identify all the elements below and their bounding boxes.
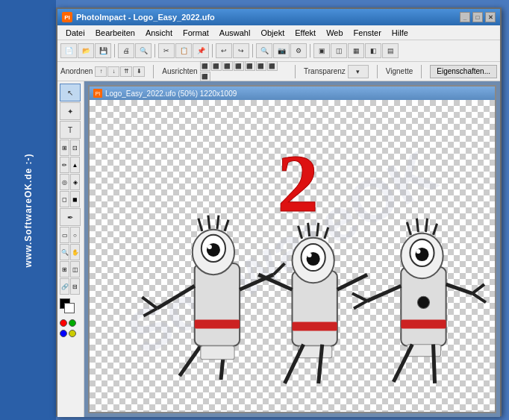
red-color[interactable] xyxy=(60,319,67,327)
arrange-group: Anordnen ↑ ↓ ⇈ ⬇ xyxy=(60,66,145,77)
menu-format[interactable]: Format xyxy=(178,27,214,39)
slice-tool[interactable]: ⊟ xyxy=(70,278,80,295)
grid-tool[interactable]: ⊞ xyxy=(60,261,69,278)
tool-row-3: ◎ ◈ xyxy=(60,174,81,190)
print-preview-button[interactable]: 🔍 xyxy=(135,43,152,58)
align-top-btn[interactable]: ⬛ xyxy=(234,61,244,71)
svg-line-51 xyxy=(416,219,418,232)
transform-tool[interactable]: ⊡ xyxy=(70,140,80,156)
align-left-btn[interactable]: ⬛ xyxy=(200,61,210,71)
file-buttons: 📄 📂 💾 xyxy=(60,43,111,58)
copy-button[interactable]: 📋 xyxy=(175,43,192,58)
link-tool[interactable]: 🔗 xyxy=(60,278,69,295)
svg-point-15 xyxy=(207,245,212,249)
tool-row-2: ✏ ▲ xyxy=(60,157,81,173)
text-tool[interactable]: T xyxy=(60,121,81,139)
ellipse-tool[interactable]: ○ xyxy=(70,227,80,243)
arrange-bottom-btn[interactable]: ⬇ xyxy=(133,66,145,77)
menu-ansicht[interactable]: Ansicht xyxy=(140,27,178,39)
menu-web[interactable]: Web xyxy=(321,27,348,39)
select-tool[interactable]: ↖ xyxy=(60,84,81,101)
btn-c[interactable]: ▦ xyxy=(348,43,364,58)
btn-e[interactable]: ▤ xyxy=(382,43,399,58)
menu-bearbeiten[interactable]: Bearbeiten xyxy=(90,27,140,39)
svg-line-44 xyxy=(472,284,484,293)
btn-d[interactable]: ◧ xyxy=(365,43,381,58)
svg-rect-6 xyxy=(201,346,234,360)
tool-row-4: ◻ ◼ xyxy=(60,191,81,207)
menu-objekt[interactable]: Objekt xyxy=(255,27,290,39)
transparency-label: Transparenz xyxy=(304,67,346,75)
print-button[interactable]: 🖨 xyxy=(118,43,134,58)
content-area: ↖ ✦ T ⊞ ⊡ ✏ ▲ ◎ ◈ ◻ ◼ xyxy=(57,81,500,417)
vignette-label: Vignette xyxy=(386,67,413,75)
sharpen-tool[interactable]: ◈ xyxy=(70,174,80,190)
undo-button[interactable]: ↩ xyxy=(216,43,232,58)
rect-tool[interactable]: ▭ xyxy=(60,227,69,243)
align-middle-btn[interactable]: ⬛ xyxy=(245,61,255,71)
brush-tool[interactable]: ✏ xyxy=(60,157,69,173)
settings-button[interactable]: ⚙ xyxy=(290,43,307,58)
yellow-color[interactable] xyxy=(69,330,76,337)
toolbar: 📄 📂 💾 🖨 🔍 ✂ 📋 📌 ↩ ↪ 🔍 xyxy=(57,40,500,62)
sep-prop-4 xyxy=(421,65,422,78)
new-button[interactable]: 📄 xyxy=(60,43,77,58)
svg-rect-5 xyxy=(195,319,240,328)
erase-tool[interactable]: ◻ xyxy=(60,191,69,207)
green-color[interactable] xyxy=(69,319,76,327)
menu-auswahl[interactable]: Auswahl xyxy=(214,27,256,39)
clone-tool[interactable]: ◼ xyxy=(70,191,80,207)
fill-tool[interactable]: ▲ xyxy=(70,157,80,173)
paste-button[interactable]: 📌 xyxy=(193,43,209,58)
arrange-up-btn[interactable]: ↑ xyxy=(95,66,107,77)
svg-line-18 xyxy=(217,216,219,229)
canvas-content[interactable]: SoftwareOK 2 xyxy=(90,100,495,412)
effect-tool[interactable]: ◫ xyxy=(70,261,80,278)
align-label: Ausrichten xyxy=(162,67,197,75)
menu-fenster[interactable]: Fenster xyxy=(349,27,387,39)
zoom-tool[interactable]: 🔍 xyxy=(60,244,69,260)
color-area xyxy=(60,298,81,337)
properties-button[interactable]: Eigenschaften... xyxy=(430,65,497,78)
btn-b[interactable]: ◫ xyxy=(331,43,347,58)
crop-tool[interactable]: ⊞ xyxy=(60,140,69,156)
arrange-top-btn[interactable]: ⇈ xyxy=(120,66,132,77)
app-icon: PI xyxy=(62,12,72,22)
save-button[interactable]: 💾 xyxy=(95,43,111,58)
transparency-dropdown[interactable]: ▾ xyxy=(348,65,369,78)
svg-line-32 xyxy=(308,223,310,236)
svg-line-38 xyxy=(393,345,412,382)
hand-tool[interactable]: ✋ xyxy=(70,244,80,260)
redo-button[interactable]: ↪ xyxy=(233,43,249,58)
btn-a[interactable]: ▣ xyxy=(313,43,330,58)
align-right-btn[interactable]: ⬛ xyxy=(222,61,233,71)
background-color[interactable] xyxy=(64,303,75,313)
maximize-button[interactable]: □ xyxy=(472,12,483,22)
menu-hilfe[interactable]: Hilfe xyxy=(387,27,413,39)
svg-line-39 xyxy=(434,345,435,383)
menu-effekt[interactable]: Effekt xyxy=(290,27,321,39)
svg-line-19 xyxy=(225,220,228,231)
separator-4 xyxy=(252,44,253,57)
canvas-svg: SoftwareOK 2 xyxy=(90,100,495,412)
blur-tool[interactable]: ◎ xyxy=(60,174,69,190)
minimize-button[interactable]: _ xyxy=(460,12,470,22)
open-button[interactable]: 📂 xyxy=(78,43,94,58)
close-button[interactable]: ✕ xyxy=(485,12,496,22)
tool-row-5: ▭ ○ xyxy=(60,227,81,243)
zoom-button[interactable]: 🔍 xyxy=(256,43,272,58)
camera-button[interactable]: 📷 xyxy=(273,43,290,58)
align-vspace-btn[interactable]: ⬛ xyxy=(200,72,210,81)
align-center-btn[interactable]: ⬛ xyxy=(211,61,222,71)
magic-tool[interactable]: ✦ xyxy=(60,102,81,120)
menu-datei[interactable]: Datei xyxy=(60,27,90,39)
blue-color[interactable] xyxy=(60,330,67,337)
align-bottom-btn[interactable]: ⬛ xyxy=(256,61,266,71)
arrange-down-btn[interactable]: ↓ xyxy=(107,66,119,77)
pen-tool[interactable]: ✒ xyxy=(60,208,81,226)
left-sidebar: www.SoftwareOK.de :-) xyxy=(0,0,56,420)
svg-line-41 xyxy=(352,293,367,301)
canvas-area: PI Logo_Easy_2022.ufo (50%) 1220x1009 So… xyxy=(84,81,500,417)
align-hspace-btn[interactable]: ⬛ xyxy=(267,61,278,71)
cut-button[interactable]: ✂ xyxy=(158,43,175,58)
